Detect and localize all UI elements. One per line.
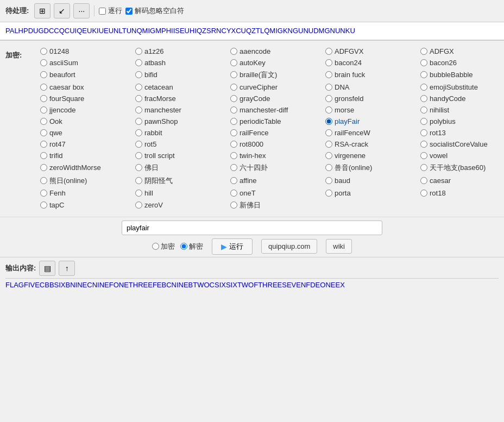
cipher-item-sixty4[interactable]: 六十四卦	[228, 162, 323, 174]
cipher-radio-atbash[interactable]	[135, 59, 142, 66]
cipher-radio-zeroV[interactable]	[135, 201, 142, 209]
cipher-item-qwe[interactable]: qwe	[38, 128, 133, 138]
cipher-radio-twinhex[interactable]	[230, 152, 237, 159]
cipher-item-beaufort[interactable]: beaufort	[38, 69, 133, 81]
ignore-space-check[interactable]: 解码忽略空白符	[125, 6, 184, 16]
encrypt-radio-label[interactable]: 加密	[152, 242, 175, 251]
cipher-item-ADFGX[interactable]: ADFGX	[418, 46, 504, 56]
decrypt-radio[interactable]	[180, 243, 187, 250]
copy-button[interactable]: ⊞	[34, 3, 51, 18]
cipher-item-bifid[interactable]: bifid	[133, 69, 228, 81]
cipher-item-manchester[interactable]: manchester	[133, 105, 228, 115]
cipher-item-polybius[interactable]: polybius	[418, 116, 504, 127]
run-button[interactable]: ▶ 运行	[212, 238, 253, 255]
cipher-radio-periodicTable[interactable]	[230, 118, 237, 125]
cipher-radio-bacon24[interactable]	[325, 59, 332, 66]
cipher-item-caesarbox[interactable]: caesar box	[38, 82, 133, 92]
cipher-item-fodayri[interactable]: 佛日	[133, 162, 228, 174]
linewise-checkbox[interactable]	[99, 8, 106, 15]
cipher-radio-autoKey[interactable]	[230, 59, 237, 66]
cipher-radio-caesarbox[interactable]	[40, 84, 47, 91]
cipher-item-xinfori[interactable]: 新佛日	[228, 199, 323, 211]
cipher-item-curveCipher[interactable]: curveCipher	[228, 82, 323, 92]
cipher-item-cetacean[interactable]: cetacean	[133, 82, 228, 92]
cipher-item-trifid[interactable]: trifid	[38, 150, 133, 161]
cipher-item-autoKey[interactable]: autoKey	[228, 58, 323, 68]
cipher-radio-curveCipher[interactable]	[230, 84, 237, 91]
cipher-radio-fracMorse[interactable]	[135, 95, 142, 102]
wiki-link[interactable]: wiki	[326, 239, 352, 254]
cipher-radio-playFair[interactable]	[325, 118, 332, 125]
cipher-radio-vowel[interactable]	[420, 152, 427, 159]
cipher-radio-trollscript[interactable]	[135, 152, 142, 159]
cipher-item-gronsfeld[interactable]: gronsfeld	[323, 93, 418, 104]
cipher-radio-xinfori[interactable]	[230, 201, 237, 209]
cipher-radio-ADFGX[interactable]	[420, 48, 427, 55]
linewise-check[interactable]: 逐行	[99, 6, 122, 16]
cipher-item-yinyangqi[interactable]: 阴阳怪气	[133, 175, 228, 187]
cipher-radio-virgenene[interactable]	[325, 152, 332, 159]
cipher-radio-Ook[interactable]	[40, 118, 47, 125]
cipher-radio-railFenceW[interactable]	[325, 129, 332, 136]
cipher-radio-socialistCoreValue[interactable]	[420, 141, 427, 148]
output-export-button[interactable]: ↑	[59, 261, 75, 276]
cipher-radio-rot8000[interactable]	[230, 141, 237, 148]
cipher-radio-tiangan[interactable]	[420, 164, 427, 171]
cipher-item-braille[interactable]: braille(盲文)	[228, 69, 323, 81]
cipher-radio-rot47[interactable]	[40, 141, 47, 148]
cipher-radio-cetacean[interactable]	[135, 84, 142, 91]
cipher-radio-oneT[interactable]	[230, 190, 237, 197]
import-button[interactable]: ↙	[54, 3, 70, 18]
more-button[interactable]: ···	[73, 3, 90, 18]
cipher-radio-zeroWidthMorse[interactable]	[40, 164, 47, 171]
cipher-radio-a1z26[interactable]	[135, 48, 142, 55]
cipher-item-manchesterdiff[interactable]: manchester-diff	[228, 105, 323, 115]
cipher-item-oneT[interactable]: oneT	[228, 188, 323, 198]
cipher-item-playFair[interactable]: playFair	[323, 116, 418, 127]
cipher-item-zeroWidthMorse[interactable]: zeroWidthMorse	[38, 162, 133, 174]
cipher-radio-asciiSum[interactable]	[40, 59, 47, 66]
cipher-radio-bubbleBabble[interactable]	[420, 71, 427, 78]
cipher-radio-shuyinOnline[interactable]	[325, 164, 332, 171]
cipher-item-fourSquare[interactable]: fourSquare	[38, 93, 133, 104]
cipher-radio-braille[interactable]	[230, 71, 237, 78]
cipher-item-baud[interactable]: baud	[323, 175, 418, 187]
cipher-radio-brainfuck[interactable]	[325, 71, 332, 78]
cipher-radio-trifid[interactable]	[40, 152, 47, 159]
cipher-radio-gronsfeld[interactable]	[325, 95, 332, 102]
cipher-item-a1z26[interactable]: a1z26	[133, 46, 228, 56]
cipher-radio-baud[interactable]	[325, 177, 332, 184]
cipher-radio-sixty4[interactable]	[230, 164, 237, 171]
cipher-item-rot8000[interactable]: rot8000	[228, 139, 323, 149]
ignore-space-checkbox[interactable]	[125, 8, 133, 15]
cipher-item-rot5[interactable]: rot5	[133, 139, 228, 149]
cipher-item-bacon26[interactable]: bacon26	[418, 58, 504, 68]
cipher-radio-beaufort[interactable]	[40, 71, 47, 78]
cipher-radio-RSAcrack[interactable]	[325, 141, 332, 148]
cipher-item-rot47[interactable]: rot47	[38, 139, 133, 149]
input-text-area[interactable]: PALHPDUGDCCQCUIQEUKIUEUNLTUNQMIGMPHIISEU…	[0, 22, 504, 40]
cipher-item-01248[interactable]: 01248	[38, 46, 133, 56]
cipher-item-Ook[interactable]: Ook	[38, 116, 133, 127]
cipher-radio-railFence[interactable]	[230, 129, 237, 136]
cipher-item-railFenceW[interactable]: railFenceW	[323, 128, 418, 138]
cipher-radio-bacon26[interactable]	[420, 59, 427, 66]
cipher-item-rot18[interactable]: rot18	[418, 188, 504, 198]
cipher-item-handyCode[interactable]: handyCode	[418, 93, 504, 104]
cipher-radio-rot18[interactable]	[420, 190, 427, 197]
cipher-item-twinhex[interactable]: twin-hex	[228, 150, 323, 161]
cipher-item-virgenene[interactable]: virgenene	[323, 150, 418, 161]
cipher-item-porta[interactable]: porta	[323, 188, 418, 198]
cipher-radio-porta[interactable]	[325, 190, 332, 197]
cipher-radio-rabbit[interactable]	[135, 129, 142, 136]
cipher-item-emojiSubstitute[interactable]: emojiSubstitute	[418, 82, 504, 92]
cipher-item-asciiSum[interactable]: asciiSum	[38, 58, 133, 68]
cipher-item-hill[interactable]: hill	[133, 188, 228, 198]
cipher-radio-morse[interactable]	[325, 106, 332, 114]
cipher-radio-pawnShop[interactable]	[135, 118, 142, 125]
cipher-radio-yinyangqi[interactable]	[135, 177, 142, 184]
cipher-item-periodicTable[interactable]: periodicTable	[228, 116, 323, 127]
cipher-radio-polybius[interactable]	[420, 118, 427, 125]
cipher-item-trollscript[interactable]: troll script	[133, 150, 228, 161]
cipher-item-DNA[interactable]: DNA	[323, 82, 418, 92]
